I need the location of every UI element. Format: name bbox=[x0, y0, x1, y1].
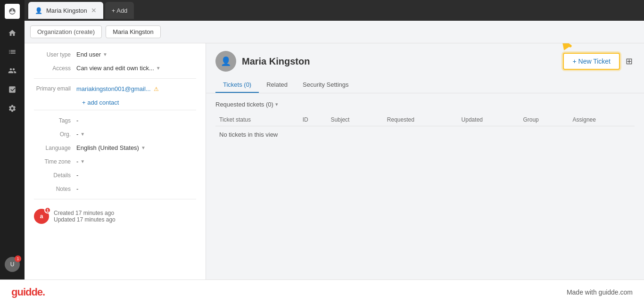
requested-label: Requested tickets (0) bbox=[215, 101, 273, 108]
tab-add[interactable]: + Add bbox=[105, 2, 134, 19]
bottom-user-avatar: a 1 bbox=[34, 209, 49, 224]
field-value-access[interactable]: Can view and edit own tick... ▼ bbox=[76, 65, 196, 72]
tickets-table: Ticket status ID Subject Requested Updat… bbox=[215, 114, 635, 143]
tab-tickets[interactable]: Tickets (0) bbox=[215, 77, 259, 93]
col-status: Ticket status bbox=[215, 114, 299, 126]
user-info: 👤 Maria Kingston bbox=[215, 51, 310, 72]
col-assignee: Assignee bbox=[569, 114, 635, 126]
email-row: mariakingston001@gmail... ⚠ bbox=[76, 85, 196, 92]
field-value-org[interactable]: - ▼ bbox=[76, 131, 196, 138]
col-updated: Updated bbox=[458, 114, 520, 126]
chevron-down-icon-access: ▼ bbox=[156, 66, 161, 71]
nav-views[interactable] bbox=[4, 43, 21, 60]
chevron-down-icon-lang: ▼ bbox=[141, 145, 146, 150]
field-value-tags: - bbox=[76, 117, 196, 124]
breadcrumb-user[interactable]: Maria Kingston bbox=[106, 25, 161, 38]
app-logo bbox=[5, 4, 20, 19]
field-notes: Notes - bbox=[34, 185, 196, 192]
email-value: mariakingston001@gmail... bbox=[76, 85, 151, 92]
field-value-language[interactable]: English (United States) ▼ bbox=[76, 144, 196, 151]
updated-text: Updated 17 minutes ago bbox=[54, 216, 116, 223]
tab-related[interactable]: Related bbox=[259, 77, 295, 93]
user-name: Maria Kingston bbox=[242, 56, 310, 67]
nav-badge: 1 bbox=[15, 255, 21, 262]
user-avatar-nav[interactable]: U 1 bbox=[5, 257, 20, 272]
field-value-timezone[interactable]: - ▼ bbox=[76, 158, 196, 165]
field-label-language: Language bbox=[34, 145, 76, 151]
field-timezone: Time zone - ▼ bbox=[34, 158, 196, 165]
field-value-notes: - bbox=[76, 185, 196, 192]
guidde-made-with: Made with guidde.com bbox=[567, 288, 633, 296]
requested-tickets-header[interactable]: Requested tickets (0) ▾ bbox=[215, 101, 635, 108]
tab-close-button[interactable]: ✕ bbox=[91, 7, 97, 14]
tab-bar: 👤 Maria Kingston ✕ + Add bbox=[25, 0, 644, 21]
created-text: Created 17 minutes ago bbox=[54, 210, 116, 216]
field-label-notes: Notes bbox=[34, 186, 76, 192]
left-nav: U 1 bbox=[0, 0, 25, 279]
grid-icon[interactable]: ⊞ bbox=[624, 54, 635, 68]
chevron-down-icon-org: ▼ bbox=[80, 131, 85, 137]
field-language: Language English (United States) ▼ bbox=[34, 144, 196, 151]
tab-user-icon: 👤 bbox=[35, 7, 42, 14]
field-org: Org. - ▼ bbox=[34, 131, 196, 138]
field-email: Primary email mariakingston001@gmail... … bbox=[34, 85, 196, 92]
tab-add-label: + Add bbox=[112, 7, 128, 14]
field-label-email: Primary email bbox=[34, 85, 76, 92]
left-panel: User type End user ▼ Access Can view and… bbox=[25, 43, 206, 279]
field-label-timezone: Time zone bbox=[34, 158, 76, 165]
field-label-access: Access bbox=[34, 65, 76, 72]
nav-customers[interactable] bbox=[4, 62, 21, 79]
field-value-user-type[interactable]: End user ▼ bbox=[76, 51, 196, 58]
right-panel: 👤 Maria Kingston + New Ticket ⊞ bbox=[206, 43, 644, 279]
breadcrumb-org[interactable]: Organization (create) bbox=[30, 25, 102, 38]
no-tickets-message: No tickets in this view bbox=[215, 126, 635, 143]
nav-home[interactable] bbox=[4, 25, 21, 41]
nav-settings[interactable] bbox=[4, 100, 21, 117]
tab-maria-kingston[interactable]: 👤 Maria Kingston ✕ bbox=[28, 2, 103, 19]
tickets-section: Requested tickets (0) ▾ Ticket status ID… bbox=[206, 93, 644, 150]
field-label-tags: Tags bbox=[34, 117, 76, 124]
guidde-footer: guidde. Made with guidde.com bbox=[0, 279, 644, 304]
field-label-user-type: User type bbox=[34, 51, 76, 58]
field-tags: Tags - bbox=[34, 117, 196, 124]
table-row-empty: No tickets in this view bbox=[215, 126, 635, 143]
chevron-down-icon-tz: ▼ bbox=[80, 159, 85, 164]
col-group: Group bbox=[519, 114, 569, 126]
field-user-type: User type End user ▼ bbox=[34, 51, 196, 58]
field-access: Access Can view and edit own tick... ▼ bbox=[34, 65, 196, 72]
user-avatar: 👤 bbox=[215, 51, 236, 72]
col-subject: Subject bbox=[327, 114, 383, 126]
tab-label: Maria Kingston bbox=[46, 7, 87, 14]
user-header: 👤 Maria Kingston + New Ticket ⊞ bbox=[215, 51, 635, 72]
right-header: 👤 Maria Kingston + New Ticket ⊞ bbox=[206, 43, 644, 93]
col-requested: Requested bbox=[383, 114, 458, 126]
col-id: ID bbox=[299, 114, 327, 126]
new-ticket-button[interactable]: + New Ticket bbox=[563, 53, 620, 70]
nav-reporting[interactable] bbox=[4, 81, 21, 98]
field-label-details: Details bbox=[34, 172, 76, 179]
svg-marker-1 bbox=[562, 43, 570, 50]
tab-security[interactable]: Security Settings bbox=[295, 77, 356, 93]
requested-chevron-icon: ▾ bbox=[275, 101, 278, 107]
field-label-org: Org. bbox=[34, 131, 76, 138]
bottom-badge: 1 bbox=[44, 207, 51, 214]
breadcrumb: Organization (create) Maria Kingston bbox=[25, 21, 644, 43]
guidde-logo: guidde. bbox=[11, 286, 45, 298]
add-contact-link[interactable]: + add contact bbox=[82, 99, 196, 106]
field-value-details: - bbox=[76, 172, 196, 179]
chevron-down-icon: ▼ bbox=[103, 52, 107, 57]
header-actions: + New Ticket ⊞ bbox=[563, 53, 635, 70]
profile-tabs: Tickets (0) Related Security Settings bbox=[215, 77, 635, 93]
field-details: Details - bbox=[34, 172, 196, 179]
warning-icon: ⚠ bbox=[154, 86, 159, 92]
